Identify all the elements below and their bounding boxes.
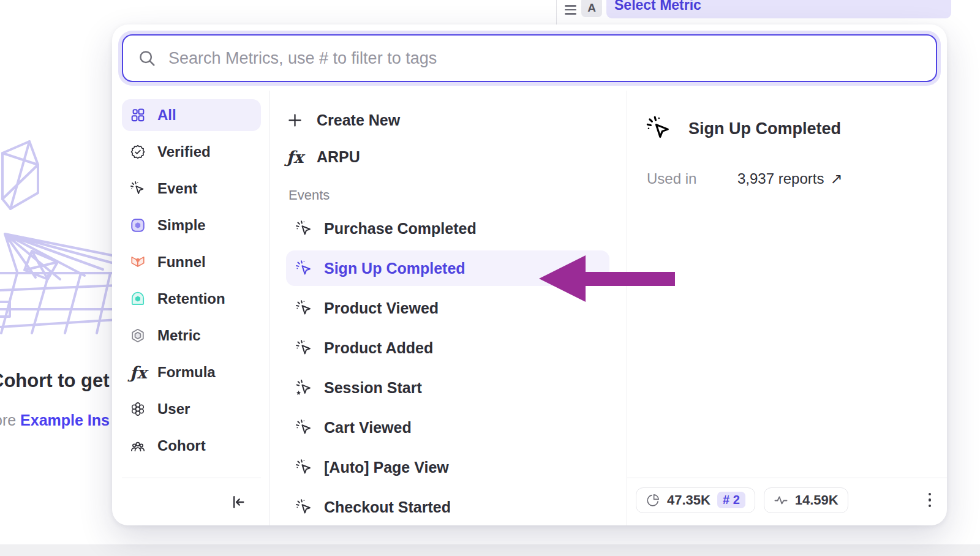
sidebar-item-retention[interactable]: Retention bbox=[122, 283, 261, 315]
formula-fx-icon: ƒx bbox=[286, 148, 304, 167]
event-item-label: Purchase Completed bbox=[324, 220, 477, 238]
sidebar-item-user[interactable]: User bbox=[122, 393, 261, 425]
event-item-label: Session Start bbox=[324, 379, 422, 397]
event-item-label: Sign Up Completed bbox=[324, 260, 466, 277]
user-cluster-icon bbox=[130, 401, 146, 417]
sidebar-item-label: Retention bbox=[157, 290, 225, 307]
event-item-cart-viewed[interactable]: Cart Viewed bbox=[286, 410, 609, 445]
funnel-icon bbox=[130, 254, 146, 270]
search-bar[interactable] bbox=[122, 34, 937, 82]
metric-item-arpu[interactable]: ƒx ARPU bbox=[286, 141, 609, 173]
sidebar-item-label: Formula bbox=[157, 364, 216, 381]
sidebar-item-all[interactable]: All bbox=[122, 99, 261, 131]
event-cursor-icon bbox=[295, 459, 313, 476]
backdrop-heading-partial: Cohort to get s bbox=[0, 370, 125, 392]
event-item-label: Checkout Started bbox=[324, 498, 451, 516]
explore-prefix-text: ore bbox=[0, 411, 20, 429]
event-item-purchase-completed[interactable]: Purchase Completed bbox=[286, 211, 609, 246]
decorative-wireframe bbox=[0, 136, 118, 338]
formula-fx-icon: ƒx bbox=[130, 363, 146, 382]
event-item-label: [Auto] Page View bbox=[324, 459, 449, 476]
reports-count: 3,937 reports bbox=[737, 170, 824, 187]
panel-edge-divider bbox=[556, 0, 557, 24]
used-in-row: Used in 3,937 reports ↗ bbox=[627, 142, 947, 187]
backdrop-explore-line: ore Example Ins bbox=[0, 411, 110, 429]
sidebar-item-verified[interactable]: Verified bbox=[122, 136, 261, 168]
create-new-button[interactable]: Create New bbox=[286, 104, 609, 136]
event-item-label: Product Added bbox=[324, 339, 433, 357]
series-a-badge: A bbox=[581, 0, 602, 17]
sidebar-item-cohort[interactable]: Cohort bbox=[122, 430, 261, 462]
search-input[interactable] bbox=[168, 49, 921, 68]
sidebar-item-funnel[interactable]: Funnel bbox=[122, 246, 261, 278]
collapse-left-icon[interactable] bbox=[229, 494, 246, 511]
event-cursor-icon bbox=[295, 419, 313, 437]
metric-item-label: ARPU bbox=[317, 148, 360, 166]
event-cursor-icon bbox=[646, 115, 673, 142]
drag-handle-icon[interactable] bbox=[565, 5, 576, 17]
metric-list: Create New ƒx ARPU Events Purchase Compl… bbox=[270, 91, 627, 525]
activity-count-value: 14.59K bbox=[795, 492, 839, 508]
select-metric-label: Select Metric bbox=[614, 0, 701, 13]
sidebar-item-formula[interactable]: ƒx Formula bbox=[122, 356, 261, 388]
event-cursor-icon bbox=[130, 181, 146, 197]
event-item-label: Product Viewed bbox=[324, 299, 439, 317]
event-cursor-icon bbox=[295, 498, 313, 516]
search-icon bbox=[138, 49, 156, 67]
total-count-pill[interactable]: 47.35K # 2 bbox=[636, 487, 755, 513]
metric-picker-modal: All Verified Event Simple Funnel Retenti… bbox=[112, 24, 947, 525]
metric-detail-panel: Sign Up Completed Used in 3,937 reports … bbox=[627, 91, 947, 525]
external-link-icon: ↗ bbox=[830, 170, 842, 187]
detail-footer: 47.35K # 2 14.59K bbox=[627, 478, 947, 525]
sidebar-item-label: Simple bbox=[157, 217, 206, 234]
activity-count-pill[interactable]: 14.59K bbox=[764, 487, 848, 513]
detail-header: Sign Up Completed bbox=[627, 91, 947, 142]
detail-title: Sign Up Completed bbox=[688, 119, 841, 138]
sidebar-item-label: Metric bbox=[157, 327, 201, 344]
events-section-header: Events bbox=[288, 187, 609, 203]
simple-icon bbox=[130, 217, 146, 233]
example-insights-link[interactable]: Example Ins bbox=[20, 411, 110, 429]
bottom-strip bbox=[0, 544, 980, 556]
sidebar-item-label: Event bbox=[157, 180, 197, 197]
event-item-label: Cart Viewed bbox=[324, 419, 412, 437]
used-in-label: Used in bbox=[647, 170, 737, 187]
event-cursor-icon bbox=[295, 220, 313, 238]
verified-badge-icon bbox=[130, 144, 146, 160]
sidebar-item-label: Verified bbox=[157, 143, 211, 160]
cohort-people-icon bbox=[130, 438, 146, 454]
sidebar-item-metric[interactable]: Metric bbox=[122, 320, 261, 351]
sidebar-item-label: All bbox=[157, 107, 176, 124]
total-count-value: 47.35K bbox=[667, 492, 710, 508]
sidebar-item-event[interactable]: Event bbox=[122, 173, 261, 205]
grid-icon bbox=[130, 107, 146, 123]
used-in-reports-link[interactable]: 3,937 reports ↗ bbox=[737, 170, 843, 187]
event-cursor-icon bbox=[295, 260, 313, 277]
event-item-session-start[interactable]: Session Start bbox=[286, 370, 609, 405]
sidebar-item-simple[interactable]: Simple bbox=[122, 209, 261, 241]
event-item-product-viewed[interactable]: Product Viewed bbox=[286, 290, 609, 326]
event-cursor-icon bbox=[295, 339, 313, 357]
create-new-label: Create New bbox=[317, 111, 400, 129]
rank-badge: # 2 bbox=[717, 492, 745, 508]
more-options-kebab-icon[interactable] bbox=[925, 489, 935, 511]
event-cursor-icon bbox=[295, 299, 313, 317]
event-item-sign-up-completed[interactable]: Sign Up Completed bbox=[286, 250, 609, 286]
plus-icon bbox=[286, 111, 304, 129]
event-item-product-added[interactable]: Product Added bbox=[286, 330, 609, 366]
retention-icon bbox=[130, 291, 146, 307]
sidebar-item-label: User bbox=[157, 400, 190, 418]
metric-hexagon-icon bbox=[130, 328, 146, 344]
sidebar-footer bbox=[122, 478, 261, 525]
select-metric-button[interactable]: Select Metric bbox=[606, 0, 951, 18]
event-item-checkout-started[interactable]: Checkout Started bbox=[286, 489, 609, 525]
event-cursor-star-icon bbox=[295, 379, 313, 397]
pie-chart-icon bbox=[646, 493, 660, 508]
category-sidebar: All Verified Event Simple Funnel Retenti… bbox=[112, 91, 270, 525]
pulse-icon bbox=[774, 493, 788, 508]
event-item-auto-page-view[interactable]: [Auto] Page View bbox=[286, 449, 609, 485]
sidebar-item-label: Funnel bbox=[157, 254, 206, 271]
sidebar-item-label: Cohort bbox=[157, 437, 206, 454]
